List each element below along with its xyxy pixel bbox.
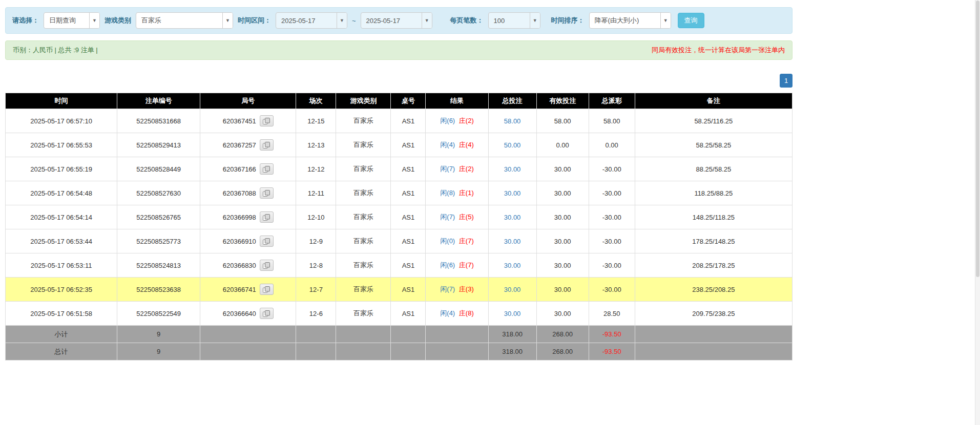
cell-remark: 118.25/88.25 [635, 181, 792, 205]
cell-round: 620366830 [200, 253, 296, 278]
per-page-select[interactable]: 100 ▼ [488, 12, 540, 29]
cell-payout: 0.00 [589, 133, 635, 157]
table-row: 2025-05-17 06:53:44 522508525773 6203669… [6, 229, 793, 253]
cell-valid-bet: 30.00 [536, 205, 589, 229]
total-bet-link[interactable]: 30.00 [504, 189, 521, 197]
date-to-value: 2025-05-17 [361, 17, 422, 25]
header-row: 时间 注单编号 局号 场次 游戏类别 桌号 结果 总投注 有效投注 总派彩 备注 [6, 93, 793, 109]
cell-round: 620366910 [200, 229, 296, 253]
cell-table-no: AS1 [391, 133, 426, 157]
cell-remark: 209.75/238.25 [635, 302, 792, 326]
round-number: 620367088 [223, 189, 256, 197]
cell-total-bet: 58.00 [488, 109, 536, 133]
total-row: 总计 9 318.00 268.00 -93.50 [6, 343, 793, 360]
video-card-icon [263, 286, 270, 293]
chevron-down-icon: ▼ [530, 13, 540, 28]
table-row: 2025-05-17 06:51:58 522508522549 6203666… [6, 302, 793, 326]
cell-valid-bet: 30.00 [536, 253, 589, 278]
col-header-result: 结果 [426, 93, 488, 109]
table-row: 2025-05-17 06:54:48 522508527630 6203670… [6, 181, 793, 205]
total-bet-link[interactable]: 50.00 [504, 141, 521, 149]
date-to-picker[interactable]: 2025-05-17 ▼ [361, 12, 432, 29]
col-header-total-bet: 总投注 [488, 93, 536, 109]
chevron-down-icon: ▼ [89, 13, 99, 28]
round-video-button[interactable] [260, 139, 274, 151]
date-from-picker[interactable]: 2025-05-17 ▼ [276, 12, 347, 29]
cell-game-type: 百家乐 [336, 181, 391, 205]
round-video-button[interactable] [260, 187, 274, 199]
time-sort-value: 降幂(由大到小) [590, 16, 660, 25]
pagination: 1 [5, 74, 793, 88]
cell-session: 12-11 [296, 181, 336, 205]
cell-round: 620367257 [200, 133, 296, 157]
vertical-scrollbar[interactable] [975, 0, 980, 425]
query-type-select[interactable]: 日期查询 ▼ [44, 12, 100, 29]
table-row: 2025-05-17 06:55:53 522508529413 6203672… [6, 133, 793, 157]
result-player: 闲(7) [440, 285, 455, 293]
round-video-button[interactable] [260, 260, 274, 271]
cell-time: 2025-05-17 06:53:11 [6, 253, 117, 278]
total-bet-link[interactable]: 30.00 [504, 214, 521, 221]
total-bet-link[interactable]: 30.00 [504, 165, 521, 173]
round-video-button[interactable] [260, 211, 274, 223]
table-row: 2025-05-17 06:57:10 522508531668 6203674… [6, 109, 793, 133]
cell-payout: -30.00 [589, 181, 635, 205]
round-number: 620367166 [223, 165, 256, 173]
result-player: 闲(4) [440, 309, 455, 317]
result-player: 闲(7) [440, 165, 455, 173]
cell-round: 620366640 [200, 302, 296, 326]
result-banker: 庄(4) [459, 141, 474, 148]
chevron-down-icon: ▼ [337, 13, 347, 28]
cell-payout: -30.00 [589, 278, 635, 302]
cell-table-no: AS1 [391, 278, 426, 302]
col-header-round: 局号 [200, 93, 296, 109]
cell-time: 2025-05-17 06:55:19 [6, 157, 117, 181]
cell-result: 闲(8) 庄(1) [426, 181, 488, 205]
col-header-table-no: 桌号 [391, 93, 426, 109]
cell-table-no: AS1 [391, 181, 426, 205]
total-bet-link[interactable]: 30.00 [504, 310, 521, 317]
round-video-button[interactable] [260, 163, 274, 175]
query-button[interactable]: 查询 [678, 13, 704, 28]
cell-game-type: 百家乐 [336, 302, 391, 326]
cell-total-bet: 30.00 [488, 253, 536, 278]
col-header-valid-bet: 有效投注 [536, 93, 589, 109]
scrollbar-thumb[interactable] [976, 1, 979, 277]
cell-result: 闲(6) 庄(7) [426, 253, 488, 278]
cell-time: 2025-05-17 06:57:10 [6, 109, 117, 133]
cell-time: 2025-05-17 06:55:53 [6, 133, 117, 157]
page-button-1[interactable]: 1 [780, 74, 793, 88]
cell-bet-id: 522508527630 [117, 181, 200, 205]
empty-cell [426, 343, 488, 360]
total-bet-link[interactable]: 30.00 [504, 238, 521, 245]
cell-game-type: 百家乐 [336, 278, 391, 302]
result-banker: 庄(8) [459, 309, 474, 317]
chevron-down-icon: ▼ [222, 13, 233, 28]
video-card-icon [263, 166, 270, 173]
cell-bet-id: 522508531668 [117, 109, 200, 133]
total-bet-link[interactable]: 58.00 [504, 117, 521, 125]
cell-remark: 208.25/178.25 [635, 253, 792, 278]
video-card-icon [263, 118, 270, 124]
cell-total-bet: 50.00 [488, 133, 536, 157]
cell-table-no: AS1 [391, 157, 426, 181]
col-header-time: 时间 [6, 93, 117, 109]
cell-remark: 58.25/58.25 [635, 133, 792, 157]
empty-cell [336, 326, 391, 343]
cell-valid-bet: 30.00 [536, 229, 589, 253]
round-video-button[interactable] [260, 115, 274, 126]
cell-remark: 58.25/116.25 [635, 109, 792, 133]
total-payout: -93.50 [589, 343, 635, 360]
total-bet-link[interactable]: 30.00 [504, 262, 521, 269]
round-video-button[interactable] [260, 284, 274, 295]
round-video-button[interactable] [260, 236, 274, 247]
col-header-session: 场次 [296, 93, 336, 109]
cell-total-bet: 30.00 [488, 205, 536, 229]
game-category-select[interactable]: 百家乐 ▼ [136, 12, 233, 29]
time-sort-select[interactable]: 降幂(由大到小) ▼ [589, 12, 671, 29]
cell-bet-id: 522508529413 [117, 133, 200, 157]
table-body: 2025-05-17 06:57:10 522508531668 6203674… [6, 109, 793, 326]
cell-time: 2025-05-17 06:52:35 [6, 278, 117, 302]
total-bet-link[interactable]: 30.00 [504, 286, 521, 293]
round-video-button[interactable] [260, 308, 274, 319]
